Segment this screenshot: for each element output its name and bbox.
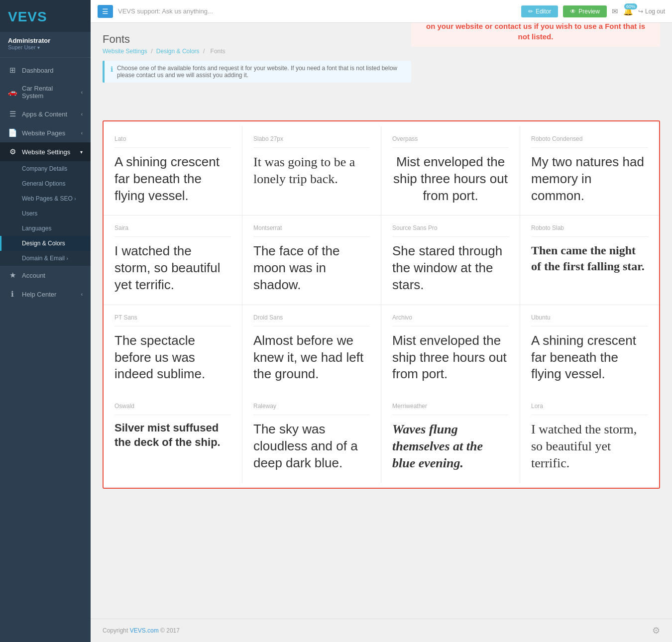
font-cell-raleway[interactable]: RalewayThe sky was cloudless and of a de… (242, 394, 381, 482)
font-sample: I watched the storm, so beautiful yet te… (531, 421, 648, 471)
sidebar-sub-design-colors[interactable]: Design & Colors (0, 236, 91, 251)
font-cell-droid-sans[interactable]: Droid SansAlmost before we knew it, we h… (242, 305, 381, 394)
font-divider (114, 415, 231, 415)
font-cell-lora[interactable]: LoraI watched the storm, so beautiful ye… (520, 394, 659, 482)
font-divider (531, 326, 648, 326)
font-name: Oswald (114, 403, 231, 410)
preview-button[interactable]: 👁 Preview (563, 5, 607, 17)
font-name: Ubuntu (531, 314, 648, 321)
font-sample: Waves flung themselves at the blue eveni… (392, 421, 509, 471)
breadcrumb-website-settings[interactable]: Website Settings (103, 48, 147, 55)
font-cell-roboto-slab[interactable]: Roboto SlabThen came the night of the fi… (520, 215, 659, 305)
footer: Copyright VEVS.com © 2017 ⚙ (91, 619, 672, 642)
font-name: Archivo (392, 314, 509, 321)
font-divider (392, 147, 509, 148)
font-cell-archivo[interactable]: ArchivoMist enveloped the ship three hou… (381, 305, 520, 394)
font-name: Source Sans Pro (392, 224, 509, 231)
font-divider (531, 147, 648, 148)
help-icon: ℹ (8, 290, 17, 299)
user-role: Super User ▾ (8, 44, 83, 50)
font-name: PT Sans (114, 314, 231, 321)
sidebar-item-account[interactable]: ★ Account (0, 266, 91, 285)
font-cell-source-sans-pro[interactable]: Source Sans ProShe stared through the wi… (381, 215, 520, 305)
font-name: Droid Sans (253, 314, 370, 321)
font-divider (114, 236, 231, 237)
font-name: Overpass (392, 135, 509, 142)
font-cell-slabo-27px[interactable]: Slabo 27pxIt was going to be a lonely tr… (242, 126, 381, 215)
logo-text: VEVS (8, 9, 47, 25)
sidebar-sub-general-options[interactable]: General Options (0, 176, 91, 191)
sidebar-nav: ⊞ Dashboard 🚗 Car Rental System ‹ ☰ Apps… (0, 58, 91, 642)
font-cell-roboto-condensed[interactable]: Roboto CondensedMy two natures had memor… (520, 126, 659, 215)
chevron-icon: ‹ (81, 90, 83, 95)
sidebar-item-dashboard[interactable]: ⊞ Dashboard (0, 61, 91, 80)
font-divider (531, 415, 648, 415)
sidebar-sub-domain-email[interactable]: Domain & Email › (0, 251, 91, 266)
font-sample: It was going to be a lonely trip back. (253, 154, 370, 188)
chevron-icon: ‹ (81, 292, 83, 297)
dashboard-icon: ⊞ (8, 66, 17, 75)
font-sample: A shining crescent far beneath the flyin… (531, 332, 648, 383)
logout-button[interactable]: ↪ Log out (638, 8, 665, 15)
sidebar-item-label: Website Pages (22, 129, 65, 137)
sidebar-item-website-pages[interactable]: 📄 Website Pages ‹ (0, 123, 91, 142)
sidebar-sub-users[interactable]: Users (0, 206, 91, 221)
font-cell-overpass[interactable]: OverpassMist enveloped the ship three ho… (381, 126, 520, 215)
breadcrumb-design-colors[interactable]: Design & Colors (156, 48, 200, 55)
font-sample: She stared through the window at the sta… (392, 243, 509, 293)
username: Administrator (8, 37, 83, 44)
sidebar-user: Administrator Super User ▾ (0, 32, 91, 58)
sidebar-item-label: Car Rental System (22, 85, 76, 100)
header-left: Fonts Website Settings / Design & Colors… (103, 33, 411, 91)
font-cell-ubuntu[interactable]: UbuntuA shining crescent far beneath the… (520, 305, 659, 394)
alert-info: ℹ Choose one of the available fonts and … (103, 61, 411, 83)
sidebar-item-help-center[interactable]: ℹ Help Center ‹ (0, 285, 91, 304)
font-cell-oswald[interactable]: OswaldSilver mist suffused the deck of t… (104, 394, 242, 482)
font-name: Roboto Condensed (531, 135, 648, 142)
car-icon: 🚗 (8, 88, 17, 97)
email-icon[interactable]: ✉ (612, 7, 618, 16)
font-cell-pt-sans[interactable]: PT SansThe spectacle before us was indee… (104, 305, 242, 394)
sidebar-logo: VEVS (0, 0, 91, 32)
footer-brand-link[interactable]: VEVS.com (130, 627, 159, 634)
alert-text: Choose one of the available fonts and re… (117, 65, 405, 79)
info-icon: ℹ (111, 65, 113, 73)
font-divider (114, 326, 231, 326)
apps-icon: ☰ (8, 109, 17, 118)
font-cell-merriweather[interactable]: MerriweatherWaves flung themselves at th… (381, 394, 520, 482)
font-sample: A shining crescent far beneath the flyin… (114, 154, 231, 204)
font-divider (253, 236, 370, 237)
font-divider (114, 147, 231, 148)
header-area: Fonts Website Settings / Design & Colors… (103, 33, 660, 91)
breadcrumb-fonts: Fonts (211, 48, 225, 55)
editor-button[interactable]: ✏ Editor (521, 5, 558, 17)
footer-copyright: Copyright VEVS.com © 2017 (103, 627, 180, 634)
sidebar-item-website-settings[interactable]: ⚙ Website Settings ▾ (0, 142, 91, 161)
sidebar-sub-languages[interactable]: Languages (0, 221, 91, 236)
support-text: VEVS support: Ask us anything... (118, 7, 516, 15)
font-sample: Silver mist suffused the deck of the shi… (114, 421, 231, 449)
font-sample: Mist enveloped the ship three hours out … (392, 154, 509, 204)
sidebar-item-label: Website Settings (22, 148, 70, 156)
font-sample: The spectacle before us was indeed subli… (114, 332, 231, 383)
page-title: Fonts (103, 33, 411, 46)
notification-icon[interactable]: 🔔 60% (623, 6, 633, 16)
sidebar-item-apps-content[interactable]: ☰ Apps & Content ‹ (0, 105, 91, 123)
font-name: Lora (531, 403, 648, 410)
main-content: Fonts Website Settings / Design & Colors… (91, 23, 672, 619)
font-divider (253, 326, 370, 326)
font-name: Slabo 27px (253, 135, 370, 142)
sidebar-sub-company-details[interactable]: Company Details (0, 161, 91, 176)
pencil-icon: ✏ (528, 8, 533, 15)
hamburger-button[interactable]: ☰ (98, 5, 113, 18)
sidebar-sub-web-pages-seo[interactable]: Web Pages & SEO › (0, 191, 91, 206)
font-cell-montserrat[interactable]: MontserratThe face of the moon was in sh… (242, 215, 381, 305)
sidebar-item-car-rental[interactable]: 🚗 Car Rental System ‹ (0, 80, 91, 105)
font-cell-saira[interactable]: SairaI watched the storm, so beautiful y… (104, 215, 242, 305)
font-cell-lato[interactable]: LatoA shining crescent far beneath the f… (104, 126, 242, 215)
font-divider (253, 415, 370, 415)
sidebar-item-label: Account (22, 272, 45, 279)
settings-icon: ⚙ (652, 625, 660, 636)
font-sample: Mist enveloped the ship three hours out … (392, 332, 509, 383)
font-divider (253, 147, 370, 148)
